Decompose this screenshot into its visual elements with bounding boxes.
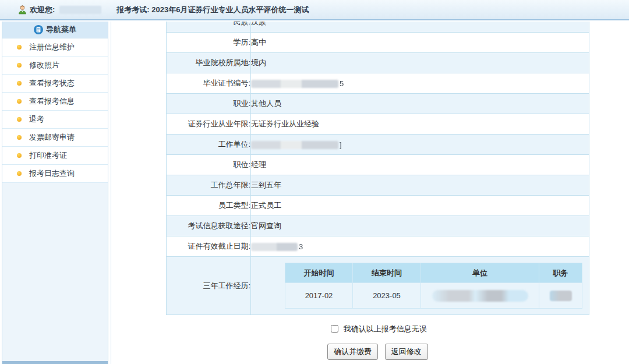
sidebar-item-invoice-mail[interactable]: 发票邮寄申请 — [2, 129, 108, 147]
field-label: 员工类型: — [167, 196, 251, 216]
field-label: 民族: — [167, 22, 251, 33]
table-row: 学历: 高中 — [167, 33, 589, 53]
end-date-cell: 2023-05 — [353, 283, 421, 309]
field-value-redacted: 5 — [251, 73, 589, 94]
field-value: 其他人员 — [251, 94, 589, 114]
field-value: 经理 — [251, 155, 589, 175]
field-label: 三年工作经历: — [167, 257, 251, 315]
sidebar-item-print-ticket[interactable]: 打印准考证 — [2, 147, 108, 165]
field-label: 考试信息获取途径: — [167, 216, 251, 236]
experience-header-row: 开始时间 结束时间 单位 职务 — [285, 263, 582, 283]
table-row: 毕业证书编号: 5 — [167, 73, 589, 94]
top-bar: 欢迎您: 报考考试: 2023年6月证券行业专业人员水平评价统一测试 — [0, 0, 629, 20]
field-label: 毕业证书编号: — [167, 73, 251, 94]
nav-menu-header: 导航菜单 — [2, 22, 108, 38]
sidebar-item-label: 打印准考证 — [29, 150, 67, 161]
table-row: 工作单位: ] — [167, 135, 589, 155]
column-header: 职务 — [539, 263, 582, 283]
sidebar-item-exam-info[interactable]: 查看报考信息 — [2, 93, 108, 111]
bullet-icon — [17, 63, 22, 68]
redaction-blur — [251, 243, 298, 251]
bullet-icon — [17, 81, 22, 86]
registration-review-form: 民族: 汉族 学历: 高中 毕业院校所属地: 境内 毕业证书编号: 5 职业: … — [166, 22, 589, 360]
experience-data-row: 2017-02 2023-05 — [285, 283, 582, 309]
job-title-cell-redacted — [539, 283, 582, 309]
return-modify-button[interactable]: 返回修改 — [385, 344, 428, 360]
redaction-remnant: 3 — [299, 242, 303, 251]
registration-info-table: 民族: 汉族 学历: 高中 毕业院校所属地: 境内 毕业证书编号: 5 职业: … — [166, 22, 589, 315]
menu-icon — [34, 25, 43, 34]
table-row: 工作总年限: 三到五年 — [167, 175, 589, 196]
redaction-blur — [251, 141, 338, 149]
field-value-redacted: ] — [251, 135, 589, 155]
column-header: 开始时间 — [285, 263, 353, 283]
sidebar-item-label: 查看报考状态 — [29, 78, 75, 89]
bullet-icon — [17, 45, 22, 50]
sidebar-item-label: 报考日志查询 — [29, 168, 75, 179]
table-row: 证券行业从业年限: 无证券行业从业经验 — [167, 114, 589, 135]
exam-title: 报考考试: 2023年6月证券行业专业人员水平评价统一测试 — [116, 5, 309, 15]
experience-table: 开始时间 结束时间 单位 职务 2017-02 2023-05 — [285, 263, 582, 309]
bullet-icon — [17, 99, 22, 104]
field-value: 三到五年 — [251, 175, 589, 196]
sidebar-item-withdraw[interactable]: 退考 — [2, 111, 108, 129]
bullet-icon — [17, 135, 22, 140]
table-row-experience: 三年工作经历: 开始时间 结束时间 单位 职务 2017-02 2023-05 — [167, 257, 589, 315]
redaction-remnant: 5 — [340, 79, 344, 88]
welcome-label: 欢迎您: — [30, 5, 55, 15]
start-date-cell: 2017-02 — [285, 283, 353, 309]
bullet-icon — [17, 117, 22, 122]
redaction-blur — [550, 291, 572, 301]
sidebar-item-label: 查看报考信息 — [29, 96, 75, 107]
table-row: 民族: 汉族 — [167, 22, 589, 33]
field-label: 职位: — [167, 155, 251, 175]
field-label: 毕业院校所属地: — [167, 53, 251, 73]
confirm-line: 我确认以上报考信息无误 — [166, 323, 589, 334]
bullet-icon — [17, 153, 22, 158]
field-label: 证券行业从业年限: — [167, 114, 251, 135]
sidebar-item-change-photo[interactable]: 修改照片 — [2, 56, 108, 75]
table-row: 考试信息获取途径: 官网查询 — [167, 216, 589, 236]
field-label: 证件有效截止日期: — [167, 236, 251, 257]
column-header: 结束时间 — [353, 263, 421, 283]
redaction-blur — [251, 80, 338, 88]
table-row: 职位: 经理 — [167, 155, 589, 175]
redaction-remnant: ] — [340, 140, 342, 149]
field-value: 高中 — [251, 33, 589, 53]
field-value: 官网查询 — [251, 216, 589, 236]
table-row: 毕业院校所属地: 境内 — [167, 53, 589, 73]
confirm-checkbox[interactable] — [331, 325, 338, 333]
field-value: 无证券行业从业经验 — [251, 114, 589, 135]
field-label: 工作单位: — [167, 135, 251, 155]
field-label: 学历: — [167, 33, 251, 53]
column-header: 单位 — [421, 263, 539, 283]
sidebar-item-exam-status[interactable]: 查看报考状态 — [2, 75, 108, 93]
field-value: 正式员工 — [251, 196, 589, 216]
sidebar-item-label: 修改照片 — [29, 60, 59, 70]
confirm-checkbox-label: 我确认以上报考信息无误 — [344, 324, 427, 333]
sidebar-item-exam-log[interactable]: 报考日志查询 — [2, 165, 108, 183]
sidebar-item-label: 退考 — [29, 114, 44, 125]
main-panel: 民族: 汉族 学历: 高中 毕业院校所属地: 境内 毕业证书编号: 5 职业: … — [111, 22, 629, 364]
field-label: 职业: — [167, 94, 251, 114]
confirm-label[interactable]: 我确认以上报考信息无误 — [328, 324, 427, 333]
sidebar-item-register-info[interactable]: 注册信息维护 — [2, 38, 108, 56]
nav-sidebar: 导航菜单 注册信息维护 修改照片 查看报考状态 查看报考信息 退考 发票邮寄申请… — [2, 22, 108, 364]
nav-menu-title: 导航菜单 — [46, 24, 76, 35]
company-cell-redacted — [421, 283, 539, 309]
table-row: 证件有效截止日期: 3 — [167, 236, 589, 257]
table-row: 员工类型: 正式员工 — [167, 196, 589, 216]
sidebar-item-label: 注册信息维护 — [29, 42, 75, 52]
user-name-redacted — [59, 6, 101, 14]
table-row: 职业: 其他人员 — [167, 94, 589, 114]
user-avatar-icon — [17, 5, 27, 15]
button-row: 确认并缴费 返回修改 — [166, 344, 589, 360]
field-value-redacted: 3 — [251, 236, 589, 257]
bullet-icon — [17, 171, 22, 176]
redaction-blur — [432, 290, 528, 302]
field-value: 汉族 — [251, 22, 589, 33]
field-label: 工作总年限: — [167, 175, 251, 196]
confirm-and-pay-button[interactable]: 确认并缴费 — [327, 344, 378, 360]
field-value: 境内 — [251, 53, 589, 73]
experience-cell: 开始时间 结束时间 单位 职务 2017-02 2023-05 — [251, 257, 589, 315]
